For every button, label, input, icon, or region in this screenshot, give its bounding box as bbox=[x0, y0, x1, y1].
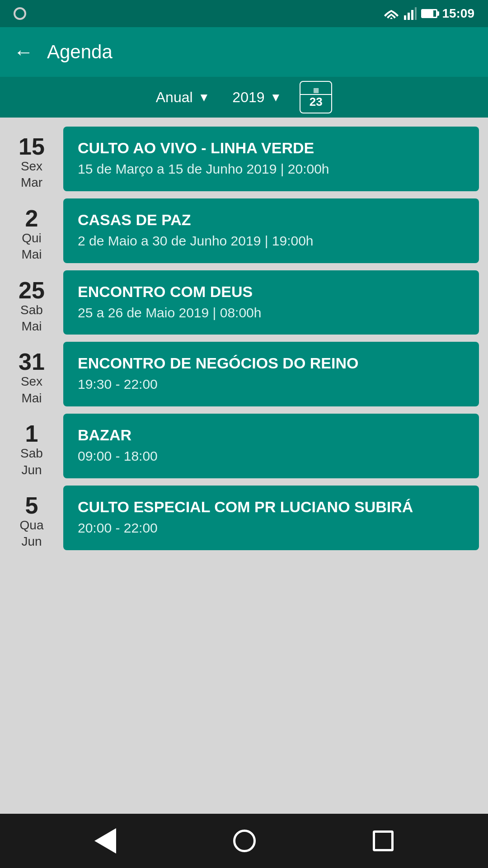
event-date: 31 Sex Mai bbox=[9, 342, 54, 406]
event-row[interactable]: 1 Sab Jun BAZAR 09:00 - 18:00 bbox=[0, 414, 488, 478]
view-label: Anual bbox=[156, 89, 193, 106]
event-detail: 19:30 - 22:00 bbox=[78, 377, 465, 392]
view-dropdown[interactable]: Anual ▼ bbox=[156, 89, 210, 106]
view-dropdown-arrow: ▼ bbox=[198, 90, 210, 104]
event-day-num: 1 bbox=[25, 422, 38, 445]
event-date: 25 Sab Mai bbox=[9, 270, 54, 335]
calendar-icon-header: ▦ bbox=[300, 87, 331, 95]
time-display: 15:09 bbox=[442, 6, 474, 21]
event-title: CASAS DE PAZ bbox=[78, 211, 465, 229]
event-day-num: 5 bbox=[25, 494, 38, 517]
event-title: ENCONTRO DE NEGÓCIOS DO REINO bbox=[78, 354, 465, 372]
event-detail: 20:00 - 22:00 bbox=[78, 520, 465, 536]
event-day-num: 15 bbox=[19, 135, 45, 158]
event-card[interactable]: ENCONTRO DE NEGÓCIOS DO REINO 19:30 - 22… bbox=[63, 342, 479, 406]
event-row[interactable]: 5 Qua Jun CULTO ESPECIAL COM PR LUCIANO … bbox=[0, 486, 488, 550]
event-row[interactable]: 25 Sab Mai ENCONTRO COM DEUS 25 a 26 de … bbox=[0, 270, 488, 335]
status-bar-left bbox=[14, 7, 26, 20]
home-icon bbox=[233, 830, 256, 852]
event-day-num: 2 bbox=[25, 207, 38, 230]
event-card[interactable]: CASAS DE PAZ 2 de Maio a 30 de Junho 201… bbox=[63, 198, 479, 263]
events-list: 15 Sex Mar CULTO AO VIVO - LINHA VERDE 1… bbox=[0, 118, 488, 814]
event-date: 15 Sex Mar bbox=[9, 127, 54, 191]
event-row[interactable]: 2 Qui Mai CASAS DE PAZ 2 de Maio a 30 de… bbox=[0, 198, 488, 263]
notification-icon bbox=[14, 7, 26, 20]
year-dropdown-arrow: ▼ bbox=[270, 90, 282, 104]
event-month-name: Mai bbox=[21, 318, 42, 335]
event-day-name: Qui bbox=[22, 230, 42, 246]
event-card[interactable]: BAZAR 09:00 - 18:00 bbox=[63, 414, 479, 478]
event-title: ENCONTRO COM DEUS bbox=[78, 283, 465, 301]
event-day-num: 25 bbox=[19, 278, 45, 302]
back-icon bbox=[94, 828, 116, 854]
event-row[interactable]: 15 Sex Mar CULTO AO VIVO - LINHA VERDE 1… bbox=[0, 127, 488, 191]
event-detail: 09:00 - 18:00 bbox=[78, 448, 465, 464]
event-date: 1 Sab Jun bbox=[9, 414, 54, 478]
event-detail: 25 a 26 de Maio 2019 | 08:00h bbox=[78, 305, 465, 321]
event-title: BAZAR bbox=[78, 426, 465, 444]
svg-rect-0 bbox=[404, 15, 406, 20]
event-month-name: Mai bbox=[21, 390, 42, 406]
event-month-name: Mar bbox=[21, 175, 42, 191]
event-detail: 2 de Maio a 30 de Junho 2019 | 19:00h bbox=[78, 233, 465, 249]
app-bar: ← Agenda bbox=[0, 27, 488, 77]
event-card[interactable]: CULTO ESPECIAL COM PR LUCIANO SUBIRÁ 20:… bbox=[63, 486, 479, 550]
year-dropdown[interactable]: 2019 ▼ bbox=[232, 89, 282, 106]
signal-icon bbox=[404, 7, 417, 20]
back-button[interactable]: ← bbox=[14, 42, 33, 62]
event-month-name: Mai bbox=[21, 246, 42, 263]
event-date: 5 Qua Jun bbox=[9, 486, 54, 550]
svg-rect-3 bbox=[415, 7, 417, 20]
event-title: CULTO ESPECIAL COM PR LUCIANO SUBIRÁ bbox=[78, 498, 465, 516]
status-bar-right: 15:09 bbox=[383, 6, 474, 21]
event-day-name: Sex bbox=[21, 158, 42, 175]
svg-rect-2 bbox=[411, 10, 413, 20]
nav-back-button[interactable] bbox=[94, 828, 116, 854]
event-day-name: Qua bbox=[20, 517, 44, 533]
calendar-day-number: 23 bbox=[310, 96, 323, 108]
year-label: 2019 bbox=[232, 89, 264, 106]
event-month-name: Jun bbox=[21, 462, 42, 478]
event-month-name: Jun bbox=[21, 533, 42, 550]
event-day-name: Sab bbox=[20, 302, 43, 318]
event-day-name: Sab bbox=[20, 445, 43, 462]
event-title: CULTO AO VIVO - LINHA VERDE bbox=[78, 139, 465, 157]
calendar-picker-button[interactable]: ▦ 23 bbox=[300, 81, 332, 113]
event-card[interactable]: ENCONTRO COM DEUS 25 a 26 de Maio 2019 |… bbox=[63, 270, 479, 335]
event-day-num: 31 bbox=[19, 350, 45, 373]
event-card[interactable]: CULTO AO VIVO - LINHA VERDE 15 de Março … bbox=[63, 127, 479, 191]
battery-icon bbox=[421, 9, 437, 18]
svg-rect-1 bbox=[408, 13, 410, 20]
nav-home-button[interactable] bbox=[233, 830, 256, 852]
event-row[interactable]: 31 Sex Mai ENCONTRO DE NEGÓCIOS DO REINO… bbox=[0, 342, 488, 406]
recent-icon bbox=[373, 830, 394, 851]
app-title: Agenda bbox=[47, 41, 113, 63]
bottom-nav bbox=[0, 814, 488, 868]
nav-recent-button[interactable] bbox=[373, 830, 394, 851]
filter-bar: Anual ▼ 2019 ▼ ▦ 23 bbox=[0, 77, 488, 118]
status-bar: 15:09 bbox=[0, 0, 488, 27]
wifi-icon bbox=[383, 7, 399, 20]
event-date: 2 Qui Mai bbox=[9, 198, 54, 263]
event-detail: 15 de Março a 15 de Junho 2019 | 20:00h bbox=[78, 161, 465, 177]
event-day-name: Sex bbox=[21, 373, 42, 390]
